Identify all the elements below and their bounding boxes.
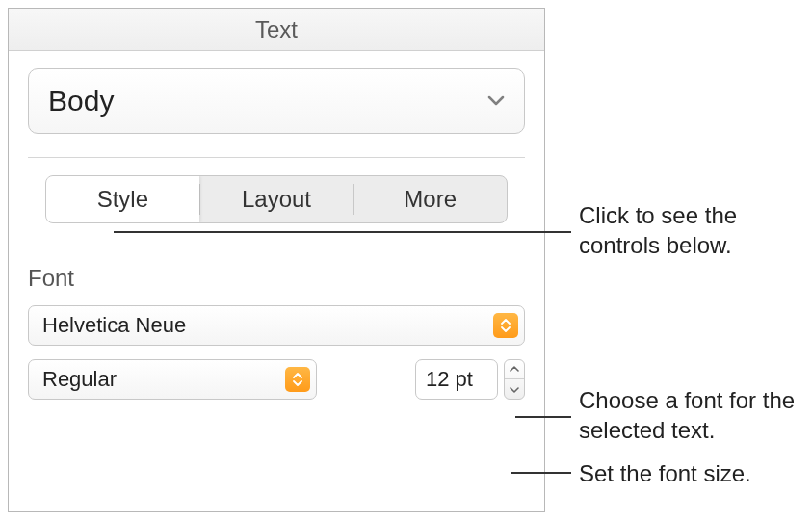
font-weight-label: Regular xyxy=(42,367,117,392)
font-size-stepper xyxy=(504,359,525,400)
text-inspector-panel: Text Body Style Layout More Font Helveti… xyxy=(8,8,545,512)
font-weight-select[interactable]: Regular xyxy=(28,359,317,400)
updown-icon xyxy=(285,367,310,392)
callout-style-tab: Click to see the controls below. xyxy=(579,200,800,260)
tab-more[interactable]: More xyxy=(354,176,507,222)
font-family-select[interactable]: Helvetica Neue xyxy=(28,305,525,346)
stepper-down-button[interactable] xyxy=(505,379,524,399)
divider xyxy=(28,247,525,247)
chevron-down-icon xyxy=(487,95,505,107)
paragraph-style-label: Body xyxy=(48,85,114,117)
divider xyxy=(28,157,525,158)
tab-style[interactable]: Style xyxy=(46,176,199,222)
text-tabs: Style Layout More xyxy=(45,175,508,223)
tab-layout[interactable]: Layout xyxy=(200,176,354,222)
updown-icon xyxy=(493,313,518,338)
panel-title: Text xyxy=(9,9,544,51)
stepper-up-button[interactable] xyxy=(505,360,524,379)
paragraph-style-select[interactable]: Body xyxy=(28,68,525,134)
callout-line xyxy=(114,231,571,233)
callout-font-family: Choose a font for the selected text. xyxy=(579,385,810,445)
callout-font-size: Set the font size. xyxy=(579,458,800,488)
font-section-label: Font xyxy=(28,265,525,292)
panel-body: Body Style Layout More Font Helvetica Ne… xyxy=(9,51,544,430)
callout-line xyxy=(515,416,571,418)
callout-line xyxy=(511,472,571,474)
font-family-label: Helvetica Neue xyxy=(42,313,186,338)
font-size-control: 12 pt xyxy=(415,359,525,400)
font-size-field[interactable]: 12 pt xyxy=(415,359,498,400)
